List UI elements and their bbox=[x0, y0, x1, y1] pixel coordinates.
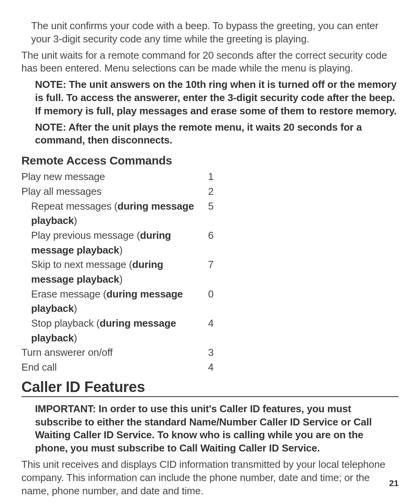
caller-id-important: IMPORTANT: In order to use this unit's C… bbox=[35, 402, 399, 455]
command-label-post: ) bbox=[74, 215, 77, 226]
command-row: Play new message1 bbox=[21, 170, 399, 184]
command-code: 7 bbox=[208, 257, 224, 287]
note-2: NOTE: After the unit plays the remote me… bbox=[35, 121, 399, 147]
command-row: Turn answerer on/off3 bbox=[21, 345, 399, 360]
command-label-pre: Repeat messages ( bbox=[31, 200, 117, 212]
intro-paragraph-2: The unit waits for a remote command for … bbox=[21, 49, 399, 75]
command-label-pre: Play all messages bbox=[21, 186, 102, 197]
note-1: NOTE: The unit answers on the 10th ring … bbox=[35, 78, 399, 117]
command-label: Play all messages bbox=[21, 184, 208, 199]
remote-access-heading: Remote Access Commands bbox=[21, 154, 399, 167]
command-label: Repeat messages (during message playback… bbox=[31, 199, 208, 228]
command-row: End call4 bbox=[21, 360, 399, 375]
command-label-pre: Play previous message ( bbox=[31, 229, 140, 241]
command-label-pre: Erase message ( bbox=[31, 288, 107, 300]
command-code: 3 bbox=[208, 345, 224, 360]
command-row: Erase message (during message playback)0 bbox=[31, 287, 399, 316]
command-label-pre: Turn answerer on/off bbox=[21, 346, 112, 358]
command-code: 1 bbox=[208, 170, 224, 184]
command-label: Stop playback (during message playback) bbox=[31, 316, 208, 345]
command-code: 6 bbox=[208, 228, 224, 257]
command-label-pre: Play new message bbox=[21, 171, 105, 182]
command-label-post: ) bbox=[74, 303, 77, 314]
page-number: 21 bbox=[389, 478, 399, 488]
command-label: Play new message bbox=[21, 170, 208, 184]
command-label-pre: End call bbox=[21, 361, 57, 373]
command-code: 2 bbox=[208, 184, 224, 199]
command-row: Repeat messages (during message playback… bbox=[31, 199, 399, 228]
command-code: 4 bbox=[208, 360, 224, 375]
command-label-post: ) bbox=[119, 273, 122, 285]
command-label-post: ) bbox=[119, 244, 122, 256]
manual-page: The unit confirms your code with a beep.… bbox=[0, 0, 420, 504]
command-row: Stop playback (during message playback)4 bbox=[31, 316, 399, 345]
command-label: Erase message (during message playback) bbox=[31, 287, 208, 316]
command-label-pre: Stop playback ( bbox=[31, 317, 100, 329]
command-label: Play previous message (during message pl… bbox=[31, 228, 208, 257]
caller-id-paragraph-1: This unit receives and displays CID info… bbox=[21, 458, 399, 497]
command-code: 4 bbox=[208, 316, 224, 345]
caller-id-heading: Caller ID Features bbox=[21, 379, 399, 397]
command-label-pre: Skip to next message ( bbox=[31, 259, 132, 270]
command-label: End call bbox=[21, 360, 208, 375]
intro-paragraph-1: The unit confirms your code with a beep.… bbox=[31, 19, 399, 46]
command-row: Play previous message (during message pl… bbox=[31, 228, 399, 257]
command-row: Play all messages2 bbox=[21, 184, 399, 199]
command-row: Skip to next message (during message pla… bbox=[31, 257, 399, 287]
command-label: Turn answerer on/off bbox=[21, 345, 208, 360]
command-label: Skip to next message (during message pla… bbox=[31, 257, 208, 287]
command-code: 0 bbox=[208, 287, 224, 316]
command-code: 5 bbox=[208, 199, 224, 228]
command-label-post: ) bbox=[74, 332, 77, 344]
remote-commands-table: Play new message1Play all messages2Repea… bbox=[21, 170, 399, 375]
